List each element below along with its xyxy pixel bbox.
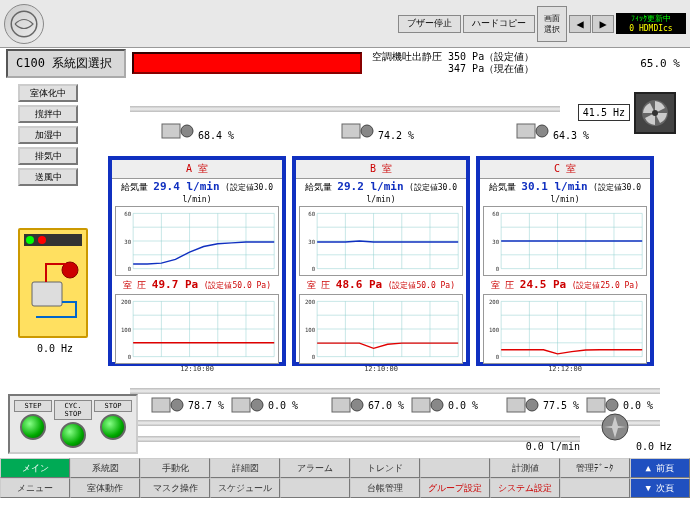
side-btn-3[interactable]: 排気中 (18, 147, 78, 165)
svg-rect-103 (587, 398, 605, 412)
stop-label: STOP (94, 400, 132, 412)
damper-icon (340, 120, 374, 142)
flow-chart: 03060 (483, 206, 647, 276)
svg-text:200: 200 (305, 299, 316, 305)
cycle-stop-button[interactable] (60, 422, 86, 448)
footer-btn[interactable]: システム設定 (490, 478, 560, 498)
pressure-chart: 0100200 (299, 294, 463, 364)
damper-a-pct: 68.4 % (198, 130, 234, 141)
footer-btn[interactable]: 管理ﾃﾞｰﾀ (560, 458, 630, 478)
compressor-hz: 0.0 Hz (20, 343, 90, 354)
footer-btn[interactable]: 室体動作 (70, 478, 140, 498)
chart-time: 12:12:00 (480, 365, 650, 373)
damper-c-pct: 64.3 % (553, 130, 589, 141)
step-button[interactable] (20, 414, 46, 440)
pressure-chart: 0100200 (483, 294, 647, 364)
svg-rect-105 (32, 282, 62, 306)
svg-point-98 (351, 399, 363, 411)
pressure-metric: 室 圧 49.7 Pa (設定値50.0 Pa) (112, 277, 282, 293)
svg-rect-7 (517, 124, 535, 138)
footer-btn[interactable]: グループ設定 (420, 478, 490, 498)
svg-point-94 (171, 399, 183, 411)
svg-rect-101 (507, 398, 525, 412)
side-btn-0[interactable]: 室体化中 (18, 84, 78, 102)
room-panel-1: B 室 給気量 29.2 l/min (設定値30.0 l/min) 03060… (292, 156, 470, 366)
svg-text:100: 100 (305, 327, 316, 333)
svg-text:0: 0 (312, 266, 316, 272)
svg-text:200: 200 (489, 299, 500, 305)
compressor-unit: 0.0 Hz (18, 228, 88, 338)
footer-btn (560, 478, 630, 498)
footer: メイン系統図手動化詳細図アラームトレンド計測値管理ﾃﾞｰﾀ▲ 前頁 メニュー室体… (0, 458, 690, 498)
pipe (130, 388, 660, 394)
side-btn-4[interactable]: 送風中 (18, 168, 78, 186)
svg-rect-3 (162, 124, 180, 138)
svg-text:30: 30 (308, 239, 315, 245)
flow-chart: 03060 (115, 206, 279, 276)
svg-rect-99 (412, 398, 430, 412)
svg-text:0: 0 (312, 354, 316, 360)
screen-select-button[interactable]: 画面 選択 (537, 6, 567, 42)
pipe (130, 106, 560, 112)
page-title: C100 系統図選択 (6, 49, 126, 78)
svg-rect-95 (232, 398, 250, 412)
damper-icon (230, 394, 264, 416)
svg-text:30: 30 (124, 239, 131, 245)
footer-btn[interactable]: メイン (0, 458, 70, 478)
footer-btn[interactable]: 詳細図 (210, 458, 280, 478)
fan-hz-readout: 41.5 Hz (578, 104, 630, 121)
flow-metric: 給気量 30.1 l/min (設定値30.0 l/min) (480, 179, 650, 205)
svg-point-8 (536, 125, 548, 137)
hardcopy-button[interactable]: ハードコピー (463, 15, 535, 33)
stop-button[interactable] (100, 414, 126, 440)
side-btn-2[interactable]: 加湿中 (18, 126, 78, 144)
footer-btn[interactable]: 台帳管理 (350, 478, 420, 498)
prev-button[interactable]: ◀ (569, 15, 591, 33)
footer-btn[interactable]: マスク操作 (140, 478, 210, 498)
next-page-button[interactable]: ▼ 次頁 (630, 478, 690, 498)
triangle-left-icon: ◀ (576, 17, 583, 31)
footer-btn[interactable]: 手動化 (140, 458, 210, 478)
footer-btn[interactable]: 系統図 (70, 458, 140, 478)
svg-point-96 (251, 399, 263, 411)
svg-text:0: 0 (128, 266, 132, 272)
svg-text:60: 60 (492, 211, 499, 217)
damper-icon (330, 394, 364, 416)
footer-row-1: メイン系統図手動化詳細図アラームトレンド計測値管理ﾃﾞｰﾀ▲ 前頁 (0, 458, 690, 478)
pressure-metric: 室 圧 24.5 Pa (設定値25.0 Pa) (480, 277, 650, 293)
footer-row-2: メニュー室体動作マスク操作スケジュール台帳管理グループ設定システム設定▼ 次頁 (0, 478, 690, 498)
svg-rect-97 (332, 398, 350, 412)
bottom-hz: 0.0 Hz (636, 441, 672, 452)
svg-point-104 (606, 399, 618, 411)
svg-text:60: 60 (124, 211, 131, 217)
footer-btn (420, 458, 490, 478)
damper-b-pct: 74.2 % (378, 130, 414, 141)
pressure-current: 347 Pa（現在値） (372, 63, 534, 75)
svg-rect-5 (342, 124, 360, 138)
footer-btn[interactable]: スケジュール (210, 478, 280, 498)
chart-time: 12:10:00 (112, 365, 282, 373)
pressure-label: 空調機吐出静圧 (372, 51, 442, 62)
pressure-metric: 室 圧 48.6 Pa (設定値50.0 Pa) (296, 277, 466, 293)
footer-btn[interactable]: トレンド (350, 458, 420, 478)
pressure-chart: 0100200 (115, 294, 279, 364)
next-button[interactable]: ▶ (592, 15, 614, 33)
pipe (130, 436, 580, 442)
side-btn-1[interactable]: 撹拌中 (18, 105, 78, 123)
svg-text:100: 100 (489, 327, 500, 333)
flow-chart: 03060 (299, 206, 463, 276)
alarm-indicator (132, 52, 362, 74)
status-line1: ﾌｨｯｸ更新中 (620, 14, 682, 24)
buzzer-stop-button[interactable]: ブザー停止 (398, 15, 461, 33)
damper-icon (410, 394, 444, 416)
footer-btn[interactable]: 計測値 (490, 458, 560, 478)
topbar: ブザー停止 ハードコピー 画面 選択 ◀ ▶ ﾌｨｯｸ更新中 0 HDMDIcs (0, 0, 690, 48)
footer-btn[interactable]: メニュー (0, 478, 70, 498)
svg-text:60: 60 (308, 211, 315, 217)
bdamper-b-pct2: 0.0 % (448, 400, 478, 411)
bottom-flow: 0.0 l/min (526, 441, 580, 452)
footer-btn[interactable]: アラーム (280, 458, 350, 478)
room-panel-2: C 室 給気量 30.1 l/min (設定値30.0 l/min) 03060… (476, 156, 654, 366)
prev-page-button[interactable]: ▲ 前頁 (630, 458, 690, 478)
pressure-set: 350 Pa（設定値） (448, 51, 534, 62)
